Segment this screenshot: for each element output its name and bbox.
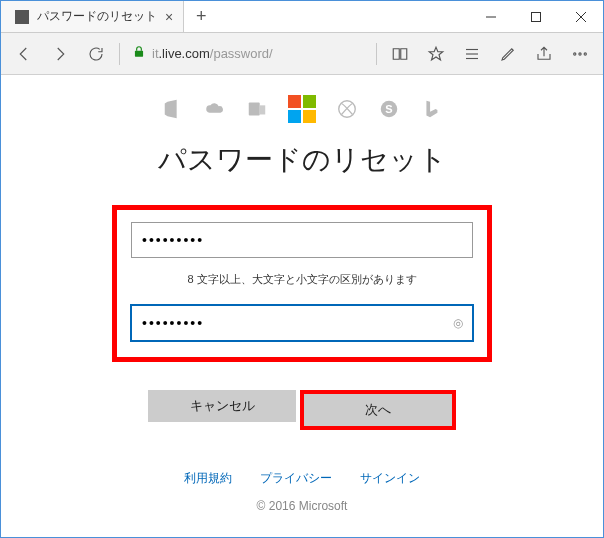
maximize-button[interactable]: [513, 1, 558, 32]
password-form-highlight: 8 文字以上、大文字と小文字の区別があります ◎: [112, 205, 492, 362]
svg-point-8: [574, 52, 576, 54]
webnote-button[interactable]: [491, 37, 525, 71]
refresh-button[interactable]: [79, 37, 113, 71]
cancel-button[interactable]: キャンセル: [148, 390, 296, 422]
url-text: it.live.com/password/: [152, 46, 273, 61]
hub-button[interactable]: [455, 37, 489, 71]
password-hint: 8 文字以上、大文字と小文字の区別があります: [131, 272, 473, 287]
onedrive-icon: [204, 98, 226, 120]
reading-view-button[interactable]: [383, 37, 417, 71]
page-content: S パスワードのリセット 8 文字以上、大文字と小文字の区別があります ◎ キャ…: [1, 75, 603, 513]
lock-icon: [132, 45, 146, 63]
favorite-button[interactable]: [419, 37, 453, 71]
more-button[interactable]: [563, 37, 597, 71]
svg-rect-4: [135, 50, 143, 56]
xbox-icon: [336, 98, 358, 120]
svg-point-10: [584, 52, 586, 54]
copyright-text: © 2016 Microsoft: [1, 499, 603, 513]
forward-button[interactable]: [43, 37, 77, 71]
svg-rect-11: [249, 103, 260, 116]
next-button-highlight: 次へ: [300, 390, 456, 430]
back-button[interactable]: [7, 37, 41, 71]
next-button[interactable]: 次へ: [304, 394, 452, 426]
microsoft-logo: [288, 95, 316, 123]
title-bar: パスワードのリセット × +: [1, 1, 603, 33]
tab-favicon: [15, 10, 29, 24]
outlook-icon: [246, 98, 268, 120]
bing-icon: [420, 98, 442, 120]
signin-link[interactable]: サインイン: [360, 470, 420, 487]
reveal-password-icon[interactable]: ◎: [453, 316, 463, 330]
page-title: パスワードのリセット: [1, 141, 603, 179]
minimize-button[interactable]: [468, 1, 513, 32]
button-row: キャンセル 次へ: [1, 390, 603, 430]
svg-point-9: [579, 52, 581, 54]
new-tab-button[interactable]: +: [184, 1, 218, 32]
new-password-input[interactable]: [131, 222, 473, 258]
share-button[interactable]: [527, 37, 561, 71]
svg-rect-1: [531, 12, 540, 21]
close-window-button[interactable]: [558, 1, 603, 32]
office-icon: [162, 98, 184, 120]
browser-tab[interactable]: パスワードのリセット ×: [1, 1, 184, 32]
window-controls: [468, 1, 603, 32]
footer-links: 利用規約 プライバシー サインイン: [1, 470, 603, 487]
browser-toolbar: it.live.com/password/: [1, 33, 603, 75]
skype-icon: S: [378, 98, 400, 120]
terms-link[interactable]: 利用規約: [184, 470, 232, 487]
privacy-link[interactable]: プライバシー: [260, 470, 332, 487]
close-tab-icon[interactable]: ×: [165, 9, 173, 25]
ms-services-row: S: [1, 95, 603, 123]
tab-title: パスワードのリセット: [37, 8, 157, 25]
address-bar[interactable]: it.live.com/password/: [126, 39, 370, 69]
svg-text:S: S: [385, 103, 392, 115]
confirm-password-input[interactable]: [131, 305, 473, 341]
